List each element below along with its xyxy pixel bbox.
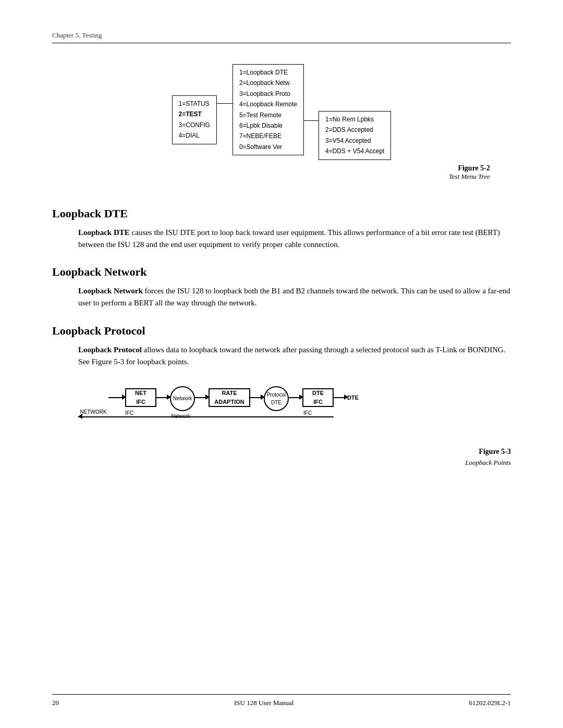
rate-adaption-block: RATE ADAPTION (209, 388, 250, 407)
dte-bold-term: Loopback DTE (78, 228, 130, 237)
bottom-dte-ifc-label: IFC (303, 409, 312, 417)
arrow-rate-to-protocol (250, 397, 262, 398)
dte-label-circle: DTE (271, 399, 282, 407)
menu-item-1: 1=STATUS (179, 98, 210, 109)
menu-col2-item4: 4=Loopback Remote (239, 99, 297, 109)
footer-center: ISU 128 User Manual (234, 699, 293, 707)
menu-col3-item3: 3=V54 Accepted (325, 135, 384, 146)
protocol-body-rest: allows data to loopback toward the netwo… (78, 346, 506, 366)
menu-col3-item1: 1=No Rem Lpbks (325, 114, 384, 125)
arrow-circle-to-rate (195, 397, 206, 398)
dte-right-label: DTE (347, 393, 359, 402)
figure3-label: Figure 5-3 (78, 446, 511, 458)
return-arrow (78, 416, 334, 417)
network-circle: Network (170, 386, 195, 411)
menu-col2-item5: 5=Test Remote (239, 110, 297, 120)
protocol-label: Protocol (267, 391, 286, 399)
bottom-network-label: IFC (125, 409, 133, 417)
network-bold-term: Loopback Network (78, 287, 143, 295)
figure2-caption: Figure 5-2 Test Menu Tree (449, 164, 490, 181)
section-protocol-body: Loopback Protocol allows data to loopbac… (78, 344, 511, 468)
dte-body-rest: causes the ISU DTE port to loop back tow… (78, 228, 500, 249)
section-network-text: Loopback Network forces the ISU 128 to l… (78, 285, 511, 310)
page-footer: 20 ISU 128 User Manual 61202.029L2-1 (52, 694, 511, 707)
figure2-container: 1=STATUS 2=TEST 3=CONFIG 4=DIAL 1=Loopba… (52, 59, 511, 202)
chapter-text: Chapter 5. Testing (52, 31, 102, 39)
section-network-heading: Loopback Network (52, 265, 511, 279)
protocol-circle: Protocol DTE (264, 386, 289, 411)
network-circle-label: Network (173, 394, 192, 403)
menu-col2-item2: 2=Loopback Netw. (239, 78, 297, 88)
menu-col2-item1: 1=Loopback DTE (239, 67, 297, 78)
header-rule (52, 43, 511, 43)
network-label: NETWORK (78, 408, 108, 416)
menu-col3: 1=No Rem Lpbks 2=DDS Accepted 3=V54 Acce… (319, 111, 391, 160)
menu-item-2: 2=TEST (179, 109, 210, 119)
menu-col2: 1=Loopback DTE 2=Loopback Netw. 3=Loopba… (232, 64, 304, 155)
net-ifc-block: NET IFC (125, 388, 156, 407)
arrow-network-to-net (108, 397, 123, 398)
figure3-diagram: NETWORK NET IFC Network RATE ADAPTI (78, 381, 511, 438)
figure3-title: Loopback Points (78, 458, 511, 468)
arrow-protocol-to-dte (289, 397, 300, 398)
network-body-rest: forces the ISU 128 to loopback both the … (78, 287, 510, 307)
menu-col2-item6: 6=Lpbk Disable (239, 120, 297, 131)
footer-page-number: 20 (52, 699, 59, 707)
dte-ifc-block: DTE IFC (302, 388, 334, 407)
section-dte-body: Loopback DTE causes the ISU DTE port to … (78, 227, 511, 251)
arrow-net-to-circle (156, 397, 168, 398)
section-dte-text: Loopback DTE causes the ISU DTE port to … (78, 227, 511, 251)
figure2-label: Figure 5-2 (449, 164, 490, 172)
figure3-caption: Figure 5-3 Loopback Points (78, 446, 511, 468)
page: Chapter 5. Testing 1=STATUS 2=TEST 3=CON… (0, 0, 563, 728)
section-network-body: Loopback Network forces the ISU 128 to l… (78, 285, 511, 310)
section-dte-heading: Loopback DTE (52, 207, 511, 220)
menu-col2-item7: 7=NEBE/FEBE (239, 131, 297, 141)
menu-col3-item4: 4=DDS + V54 Accept (325, 146, 384, 156)
chapter-header: Chapter 5. Testing (52, 31, 511, 40)
figure2-title: Test Menu Tree (449, 172, 490, 181)
arrow-dte-ifc-to-dte (334, 397, 345, 398)
menu-item-3: 3=CONFIG (179, 120, 210, 130)
section-protocol-heading: Loopback Protocol (52, 324, 511, 338)
bottom-network-circle-label: Network (171, 412, 190, 421)
footer-right: 61202.029L2-1 (469, 699, 511, 707)
protocol-bold-term: Loopback Protocol (78, 346, 142, 354)
section-protocol-text: Loopback Protocol allows data to loopbac… (78, 344, 511, 368)
menu-col1: 1=STATUS 2=TEST 3=CONFIG 4=DIAL (172, 95, 217, 144)
menu-col2-item8: 0=Software Ver (239, 142, 297, 152)
menu-item-4: 4=DIAL (179, 130, 210, 141)
menu-col2-item3: 3=Loopback Proto (239, 89, 297, 99)
menu-col3-item2: 2=DDS Accepted (325, 125, 384, 135)
